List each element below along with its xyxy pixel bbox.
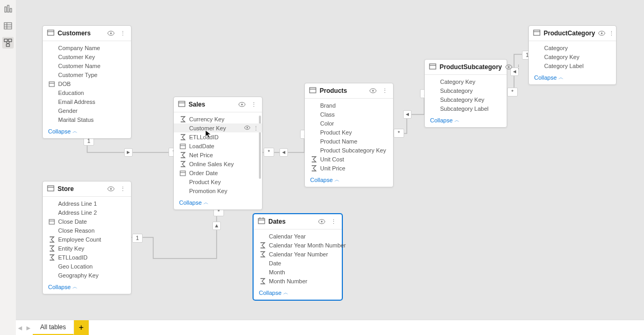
tab-nav-prev[interactable]: ◀: [16, 320, 24, 335]
field-row[interactable]: Education: [43, 88, 131, 97]
more-options-icon[interactable]: ⋮: [329, 217, 338, 226]
field-row[interactable]: Category Key: [425, 77, 507, 86]
field-row[interactable]: Subcategory Key: [425, 95, 507, 104]
field-row[interactable]: Email Address: [43, 97, 131, 106]
report-view-icon[interactable]: [2, 3, 14, 15]
more-options-icon[interactable]: ⋮: [118, 29, 127, 37]
collapse-link[interactable]: Collapse︿: [259, 289, 288, 296]
field-row[interactable]: Gender: [43, 106, 131, 115]
field-row[interactable]: Customer Key: [43, 52, 131, 61]
table-header[interactable]: ProductCategory ⋮: [529, 26, 616, 41]
table-productsubcategory[interactable]: ProductSubcategory ⋮ Category KeySubcate…: [424, 59, 507, 128]
table-store[interactable]: Store ⋮ Address Line 1Address Line 2Clos…: [42, 181, 132, 294]
field-row[interactable]: Customer Type: [43, 70, 131, 79]
field-row[interactable]: Date: [254, 259, 342, 267]
field-row[interactable]: Month Number: [254, 276, 342, 285]
field-row[interactable]: Online Sales Key: [174, 159, 262, 168]
table-header[interactable]: Products ⋮: [305, 83, 393, 99]
visibility-icon[interactable]: [318, 217, 326, 226]
field-row[interactable]: Product Key: [174, 177, 262, 186]
field-row[interactable]: Calendar Year Number: [254, 250, 342, 259]
table-sales[interactable]: Sales ⋮ Currency KeyCustomer Key⋮ETLLoad…: [173, 97, 263, 210]
field-row[interactable]: Order Date: [174, 168, 262, 177]
field-row[interactable]: Unit Price: [305, 164, 393, 173]
table-header[interactable]: Sales ⋮: [174, 97, 262, 112]
more-options-icon[interactable]: ⋮: [253, 125, 259, 131]
more-options-icon[interactable]: ⋮: [118, 185, 127, 193]
field-row[interactable]: Customer Name: [43, 61, 131, 70]
data-view-icon[interactable]: [2, 20, 14, 32]
field-row[interactable]: Geography Key: [43, 271, 131, 280]
field-row[interactable]: Company Name: [43, 43, 131, 52]
field-row[interactable]: Employee Count: [43, 235, 131, 244]
collapse-link[interactable]: Collapse︿: [48, 283, 78, 291]
field-row[interactable]: ETLLoadID: [43, 253, 131, 262]
field-row[interactable]: Product Key: [305, 128, 393, 137]
field-row[interactable]: Category: [529, 43, 616, 52]
field-row[interactable]: Address Line 2: [43, 208, 131, 217]
visibility-icon[interactable]: [598, 29, 605, 37]
table-title: Products: [320, 87, 366, 94]
field-row[interactable]: Promotion Key: [174, 186, 262, 195]
table-products[interactable]: Products ⋮ BrandClassColorProduct KeyPro…: [304, 83, 394, 187]
field-row[interactable]: Subcategory Label: [425, 104, 507, 113]
visibility-icon[interactable]: [238, 100, 246, 109]
collapse-link[interactable]: Collapse︿: [430, 117, 460, 124]
add-layout-button[interactable]: +: [74, 320, 89, 335]
field-row[interactable]: Brand: [305, 101, 393, 110]
field-row[interactable]: Close Reason: [43, 226, 131, 235]
field-row[interactable]: Class: [305, 110, 393, 119]
field-row[interactable]: Calendar Year: [254, 232, 342, 241]
field-row[interactable]: ETLLoadID: [174, 132, 262, 141]
field-row[interactable]: Currency Key: [174, 114, 262, 123]
field-row[interactable]: Month: [254, 267, 342, 276]
field-row[interactable]: Customer Key⋮: [174, 123, 262, 132]
field-row[interactable]: Color: [305, 119, 393, 128]
field-row[interactable]: Product Name: [305, 137, 393, 146]
field-row[interactable]: Address Line 1: [43, 199, 131, 208]
field-row[interactable]: Calendar Year Month Number: [254, 241, 342, 250]
table-header[interactable]: Store ⋮: [43, 181, 131, 197]
table-header[interactable]: Customers ⋮: [43, 26, 131, 41]
more-options-icon[interactable]: ⋮: [609, 29, 614, 37]
visibility-icon[interactable]: [107, 29, 115, 37]
field-row[interactable]: Product Subcategory Key: [305, 146, 393, 155]
blank-icon: [430, 87, 437, 94]
collapse-link[interactable]: Collapse︿: [534, 74, 564, 81]
visibility-icon[interactable]: [369, 87, 377, 95]
more-options-icon[interactable]: ⋮: [249, 100, 258, 109]
visibility-icon[interactable]: [244, 125, 250, 132]
visibility-icon[interactable]: [505, 63, 512, 71]
table-productcategory[interactable]: ProductCategory ⋮ CategoryCategory KeyCa…: [528, 25, 617, 85]
visibility-icon[interactable]: [107, 185, 115, 193]
filter-direction-icon[interactable]: [124, 148, 133, 157]
filter-direction-icon[interactable]: [212, 222, 221, 230]
table-header[interactable]: ProductSubcategory ⋮: [425, 60, 507, 75]
field-row[interactable]: Subcategory: [425, 86, 507, 95]
model-canvas[interactable]: 1 * 1 * * 1 * 1 * 1 Customers ⋮ Company …: [16, 0, 644, 320]
more-options-icon[interactable]: ⋮: [516, 63, 521, 71]
field-row[interactable]: Net Price: [174, 150, 262, 159]
tab-nav-next[interactable]: ▶: [24, 320, 33, 335]
field-label: Net Price: [189, 152, 213, 158]
table-dates[interactable]: Dates ⋮ Calendar YearCalendar Year Month…: [253, 214, 342, 300]
collapse-link[interactable]: Collapse︿: [310, 176, 340, 184]
field-row[interactable]: Entity Key: [43, 244, 131, 253]
collapse-link[interactable]: Collapse︿: [48, 128, 78, 135]
more-options-icon[interactable]: ⋮: [380, 87, 389, 95]
field-row[interactable]: Geo Location: [43, 262, 131, 271]
filter-direction-icon[interactable]: [403, 110, 412, 119]
field-row[interactable]: DOB: [43, 79, 131, 88]
field-row[interactable]: Close Date: [43, 217, 131, 226]
field-row[interactable]: Category Key: [529, 52, 616, 61]
filter-direction-icon[interactable]: [279, 148, 288, 157]
field-row[interactable]: Unit Cost: [305, 155, 393, 164]
collapse-link[interactable]: Collapse︿: [179, 199, 209, 206]
table-header[interactable]: Dates ⋮: [254, 214, 342, 229]
table-customers[interactable]: Customers ⋮ Company NameCustomer KeyCust…: [42, 25, 132, 139]
layout-tab-all-tables[interactable]: All tables: [33, 320, 74, 335]
field-row[interactable]: Marital Status: [43, 115, 131, 124]
model-view-icon[interactable]: [2, 37, 14, 49]
field-row[interactable]: Category Label: [529, 61, 616, 70]
field-row[interactable]: LoadDate: [174, 141, 262, 150]
